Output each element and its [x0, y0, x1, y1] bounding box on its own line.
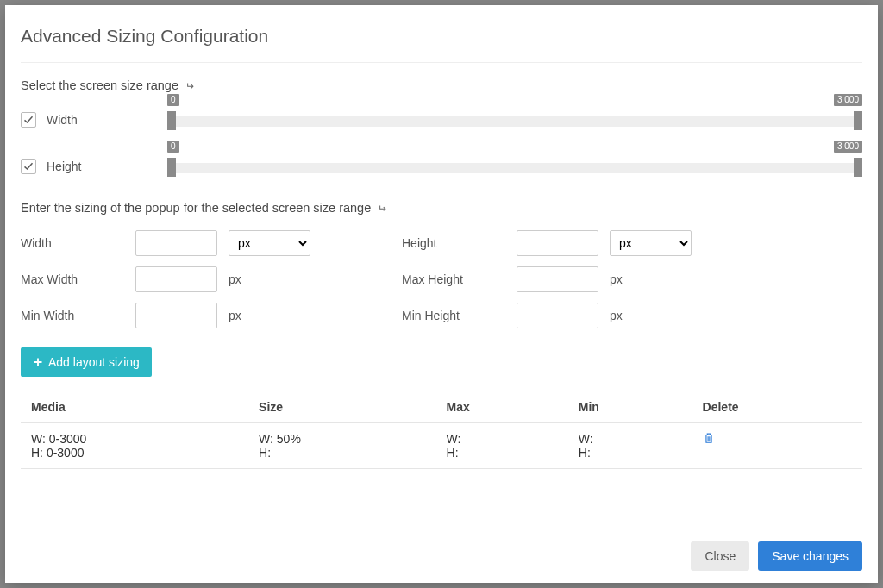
- width-slider[interactable]: 0 3 000: [167, 108, 862, 132]
- media-h: H: 0-3000: [31, 446, 238, 460]
- width-slider-min-label: 0: [167, 94, 179, 106]
- divider: [21, 62, 862, 63]
- save-changes-button[interactable]: Save changes: [758, 541, 862, 571]
- size-w: W: 50%: [259, 432, 426, 446]
- return-icon: ↵: [185, 80, 194, 92]
- section-label-range-text: Select the screen size range: [21, 78, 178, 92]
- width-slider-row: Width 0 3 000: [21, 108, 862, 132]
- close-button[interactable]: Close: [691, 541, 749, 571]
- size-h: H:: [259, 446, 426, 460]
- width-slider-handle-max[interactable]: [854, 111, 862, 130]
- max-h: H:: [447, 446, 558, 460]
- advanced-sizing-modal: Advanced Sizing Configuration Select the…: [5, 5, 878, 583]
- height-checkbox-label: Height: [47, 160, 167, 173]
- col-size: Size: [248, 391, 436, 423]
- height-slider-min-label: 0: [167, 141, 179, 153]
- width-label: Width: [21, 236, 128, 250]
- max-width-label: Max Width: [21, 272, 128, 286]
- table-row: W: 0-3000 H: 0-3000 W: 50% H: W: H: W: H…: [21, 423, 862, 469]
- min-height-input[interactable]: [517, 303, 598, 328]
- section-label-range: Select the screen size range ↵: [21, 78, 862, 92]
- col-min: Min: [568, 391, 692, 423]
- height-slider-max-label: 3 000: [834, 141, 862, 153]
- col-media: Media: [21, 391, 248, 423]
- cell-min: W: H:: [568, 423, 692, 469]
- layout-sizing-table: Media Size Max Min Delete W: 0-3000 H: 0…: [21, 391, 862, 469]
- plus-icon: [33, 357, 43, 367]
- footer-divider: [21, 529, 862, 529]
- add-layout-sizing-button[interactable]: Add layout sizing: [21, 347, 152, 377]
- max-width-unit: px: [229, 272, 315, 286]
- col-delete: Delete: [692, 391, 862, 423]
- width-unit-select[interactable]: px: [229, 230, 310, 256]
- section-label-popup: Enter the sizing of the popup for the se…: [21, 201, 862, 215]
- delete-row-button[interactable]: [703, 433, 715, 447]
- section-label-popup-text: Enter the sizing of the popup for the se…: [21, 201, 371, 215]
- width-slider-max-label: 3 000: [834, 94, 862, 106]
- check-icon: [23, 161, 34, 172]
- min-width-label: Min Width: [21, 309, 128, 322]
- max-height-input[interactable]: [517, 266, 598, 292]
- media-w: W: 0-3000: [31, 432, 238, 446]
- slider-track: [172, 116, 857, 127]
- width-slider-handle-min[interactable]: [167, 111, 176, 130]
- height-checkbox[interactable]: [21, 159, 36, 174]
- check-icon: [23, 115, 34, 125]
- cell-size: W: 50% H:: [248, 423, 436, 469]
- height-input[interactable]: [517, 230, 598, 256]
- return-icon: ↵: [378, 203, 386, 215]
- max-height-label: Max Height: [402, 272, 510, 286]
- min-w: W:: [579, 432, 682, 446]
- max-width-input[interactable]: [135, 266, 217, 292]
- max-height-unit: px: [610, 272, 696, 286]
- col-max: Max: [436, 391, 568, 423]
- slider-track: [172, 163, 857, 173]
- height-slider-row: Height 0 3 000: [21, 154, 862, 178]
- modal-title: Advanced Sizing Configuration: [21, 26, 862, 47]
- cell-media: W: 0-3000 H: 0-3000: [21, 423, 248, 469]
- min-height-unit: px: [610, 309, 696, 322]
- min-width-input[interactable]: [135, 303, 217, 328]
- height-slider-handle-min[interactable]: [167, 158, 176, 177]
- height-slider[interactable]: 0 3 000: [167, 154, 862, 178]
- add-layout-sizing-label: Add layout sizing: [48, 355, 140, 369]
- trash-icon: [703, 432, 715, 444]
- min-h: H:: [579, 446, 682, 460]
- height-slider-handle-max[interactable]: [854, 158, 862, 177]
- height-unit-select[interactable]: px: [610, 230, 692, 256]
- cell-max: W: H:: [436, 423, 568, 469]
- min-height-label: Min Height: [402, 309, 510, 322]
- max-w: W:: [447, 432, 558, 446]
- height-label: Height: [402, 236, 510, 250]
- cell-delete: [692, 423, 862, 469]
- width-input[interactable]: [135, 230, 217, 256]
- width-checkbox[interactable]: [21, 112, 36, 128]
- width-checkbox-label: Width: [47, 113, 167, 127]
- sizing-form: Width px Height px Max Width px Max Heig…: [21, 230, 862, 328]
- min-width-unit: px: [229, 309, 315, 322]
- table-header-row: Media Size Max Min Delete: [21, 391, 862, 423]
- modal-footer: Close Save changes: [691, 541, 862, 571]
